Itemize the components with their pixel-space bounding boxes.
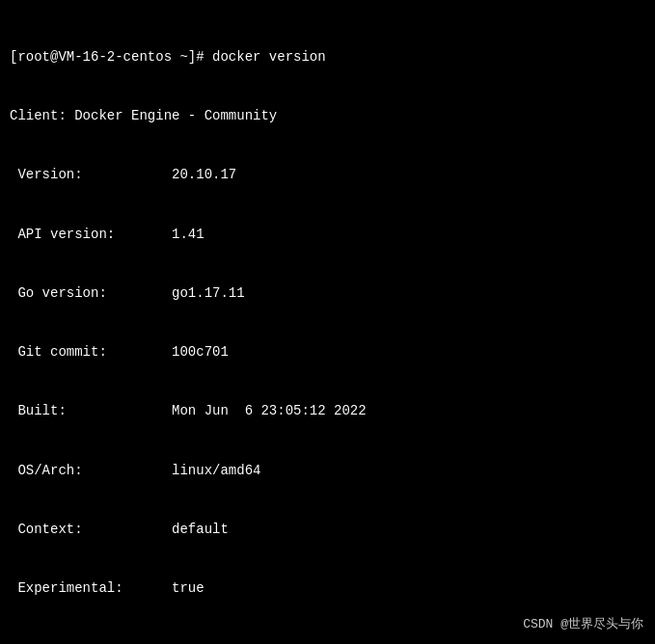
client-api-version: API version: 1.41 — [10, 225, 645, 245]
client-git-commit: Git commit: 100c701 — [10, 342, 645, 362]
client-built: Built: Mon Jun 6 23:05:12 2022 — [10, 401, 645, 421]
client-context: Context: default — [10, 520, 645, 540]
client-os-arch: OS/Arch: linux/amd64 — [10, 461, 645, 481]
client-version: Version: 20.10.17 — [10, 165, 645, 185]
client-go-version: Go version: go1.17.11 — [10, 283, 645, 304]
blank-line — [10, 638, 645, 644]
terminal: [root@VM-16-2-centos ~]# docker version … — [10, 8, 645, 644]
client-header: Client: Docker Engine - Community — [10, 106, 645, 126]
watermark: CSDN @世界尽头与你 — [523, 615, 643, 632]
command-line: [root@VM-16-2-centos ~]# docker version — [10, 47, 645, 67]
client-experimental: Experimental: true — [10, 578, 645, 599]
